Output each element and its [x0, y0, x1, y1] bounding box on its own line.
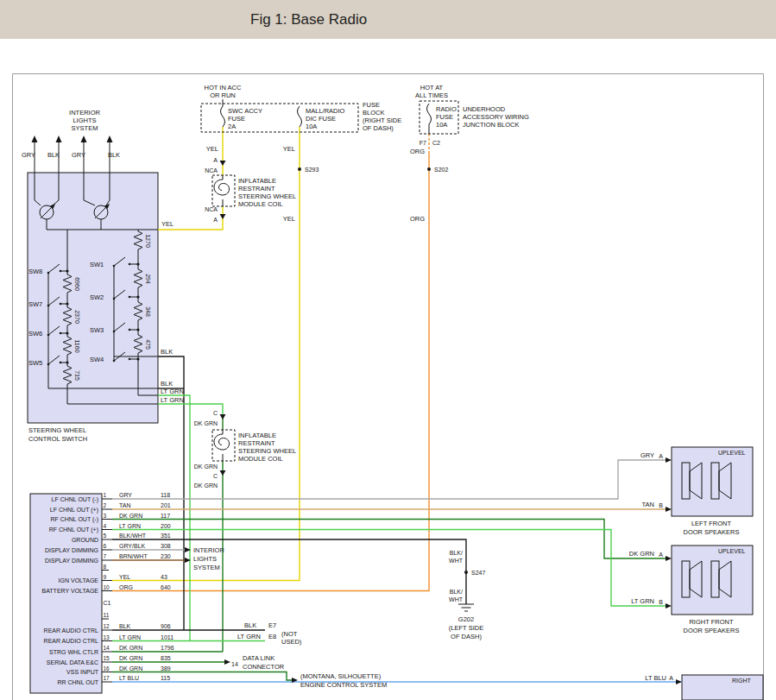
swc-accy-fuse-label: SWC ACCY [228, 107, 262, 115]
ground-name: G202 [458, 615, 474, 623]
circuit-number: 906 [161, 623, 171, 629]
pin-number: 7 [104, 553, 107, 559]
terminal-a: A [669, 675, 673, 681]
wire-color-label: DK GRN [119, 665, 142, 672]
switch-label: SW2 [90, 293, 104, 301]
wire-color-label: BLK [161, 348, 173, 356]
pin-name: RR CHNL OUT [57, 679, 98, 685]
pin-number: 17 [104, 675, 110, 681]
switch-label: SW1 [90, 261, 104, 268]
terminal-arrow-icon [666, 556, 672, 561]
switch-box-caption: STEERING WHEEL [28, 426, 86, 434]
terminal-f7: F7 [420, 140, 426, 146]
wire-color-label: YEL [283, 215, 295, 223]
splice-label: S247 [471, 570, 485, 576]
junction-block-name: JUNCTION BLOCK [463, 121, 519, 129]
resistor-value: 2370 [74, 310, 80, 324]
wire-color-label: YEL [206, 145, 218, 153]
circuit-number: 640 [161, 584, 171, 590]
coil-name: STEERING WHEEL [238, 192, 296, 200]
pin-name: IGN VOLTAGE [59, 577, 99, 583]
wire-color-label: BLK [119, 623, 131, 629]
terminal-arrow-icon [666, 457, 672, 463]
interior-lights-label: LIGHTS [73, 117, 96, 124]
ground-g202: S247 BLK/ WHT BLK/ WHT G202 (LEFT SIDE O… [449, 550, 486, 640]
pin-number: 2 [104, 502, 107, 508]
splice-label: S202 [434, 167, 448, 173]
junction-block: HOT AT ALL TIMES RADIO FUSE 10A UNDERHOO… [415, 84, 529, 146]
wire-color-label: GRY [119, 492, 132, 498]
wire-color-label: LT BLU [119, 675, 139, 681]
pin-name: DISPLAY DIMMING [45, 558, 98, 564]
wiring-diagram-page: Fig 1: Base Radio [0, 0, 776, 700]
fuse-block-location: (RIGHT SIDE [363, 117, 401, 124]
wire-color-label: LT GRN [237, 633, 261, 640]
wire-color-label: GRY [640, 451, 654, 459]
interior-lights-label: INTERIOR [69, 109, 100, 117]
pin-name: GROUND [72, 537, 98, 543]
speaker-caption: LEFT FRONT [691, 520, 732, 527]
resistor-value: 294 [145, 274, 151, 284]
terminal-e8: E8 [268, 633, 276, 640]
pin-number: 16 [104, 665, 110, 672]
wires [112, 127, 682, 682]
wire-color-label: YEL [119, 574, 130, 580]
splice-s202 [427, 167, 431, 171]
pin-number: 6 [104, 543, 107, 549]
not-used-note: USED) [281, 638, 302, 646]
wire-color-label: TAN [642, 501, 654, 508]
left-front-speaker-box [672, 447, 753, 516]
fuse-icon [427, 104, 432, 124]
pin-name: LF CHNL OUT (+) [50, 507, 98, 514]
splices-and-labels: S293 S202 YEL YEL ORG YEL ORG YEL [161, 145, 448, 228]
right-front-speaker-box [672, 545, 753, 615]
resistor-value: 715 [74, 370, 80, 381]
switch-label: SW4 [90, 356, 104, 363]
swc-accy-fuse-label: FUSE [228, 115, 245, 123]
wire-color-label: LT GRN [119, 634, 141, 640]
coil-spiral-icon [214, 175, 230, 206]
engine-control-system-label: ENGINE CONTROL SYSTEM [300, 681, 387, 689]
circuit-number: 351 [161, 533, 171, 539]
circuit-number: 1011 [161, 634, 173, 640]
pin-number: 5 [104, 533, 107, 539]
terminal-c: C [213, 473, 218, 479]
fuse-icon [298, 106, 302, 127]
terminal-nca: NCA [205, 167, 218, 173]
system-ref-label: LIGHTS [193, 555, 217, 563]
wire-color-label: BLK/WHT [119, 533, 147, 539]
pin-number: 11 [104, 612, 110, 618]
connector-c1-label: C1 [104, 600, 111, 606]
splice-s293 [298, 167, 301, 171]
pin-number: 9 [104, 574, 107, 580]
pin-name: STRG WHL CTLR [49, 649, 98, 655]
coil-name: RESTRAINT [238, 185, 275, 192]
fuse-icon [221, 106, 225, 127]
switch-label: SW6 [28, 330, 42, 337]
resistor-value: 1270 [145, 234, 151, 248]
system-ref-label: SYSTEM [193, 564, 220, 571]
fuse-block: HOT IN ACC OR RUN SWC ACCY FUSE 2A MALL/… [201, 84, 401, 132]
swc-accy-fuse-label: 2A [228, 123, 236, 130]
wire-color-label: YEL [161, 220, 173, 228]
radio-dic-fuse-label: MALL/RADIO [306, 107, 345, 115]
speaker-caption: DOOR SPEAKERS [683, 528, 739, 536]
terminal-arrow-icon [666, 507, 672, 512]
wiring-diagram: INTERIOR LIGHTS SYSTEM GRY BLK GRY BLK H… [0, 0, 776, 700]
speaker-caption: RIGHT [732, 678, 752, 684]
coil-outline [212, 430, 235, 461]
pin-name: REAR AUDIO CTRL [44, 638, 99, 644]
terminal-arrow-icon [676, 679, 682, 684]
wire-dkgrn-389 [112, 672, 292, 681]
wire-color-label: TAN [119, 502, 130, 508]
resistor-value: 6960 [74, 277, 80, 291]
uplevel-label: UPLEVEL [718, 548, 746, 554]
wire-color-label: DK GRN [194, 482, 218, 489]
sir-coil-2: C DK GRN DK GRN C DK GRN INFLATABLE REST… [194, 410, 296, 489]
terminal-nca: NCA [205, 206, 218, 212]
pin-number: 12 [104, 623, 110, 629]
circuit-number: 115 [161, 675, 170, 681]
right-arrow-icon [224, 659, 230, 665]
circuit-number: 118 [161, 492, 170, 498]
splice-label: S293 [305, 167, 319, 173]
